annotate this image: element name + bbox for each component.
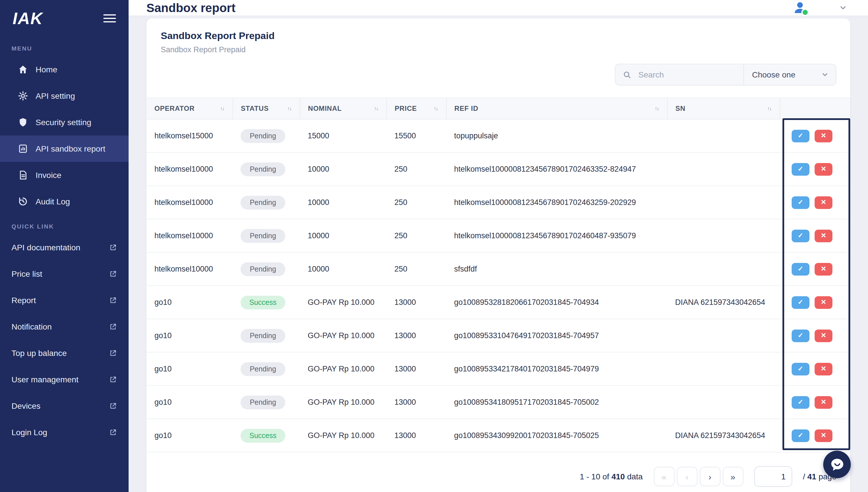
cell-status: Pending xyxy=(232,386,300,419)
menu-section-label: MENU xyxy=(0,37,129,56)
status-badge: Pending xyxy=(241,329,285,342)
column-header-sn[interactable]: SN↑↓ xyxy=(667,98,779,119)
approve-button[interactable]: ✓ xyxy=(792,229,810,242)
cell-sn xyxy=(667,219,779,252)
approve-button[interactable]: ✓ xyxy=(792,296,810,309)
pagination-summary: 1 - 10 of 410 data xyxy=(580,472,643,481)
quicklink-notification[interactable]: Notification xyxy=(0,314,129,340)
check-icon: ✓ xyxy=(798,399,803,405)
cell-price: 13000 xyxy=(386,286,446,319)
cell-operator: htelkomsel10000 xyxy=(146,219,232,252)
table-row: htelkomsel10000 Pending 10000 250 sfsdfd… xyxy=(146,252,850,286)
cell-actions: ✓✕ xyxy=(779,286,850,319)
approve-button[interactable]: ✓ xyxy=(792,129,810,142)
reject-button[interactable]: ✕ xyxy=(815,163,833,175)
last-page-button[interactable]: » xyxy=(722,467,743,486)
cell-sn xyxy=(667,319,779,352)
column-header-nominal[interactable]: NOMINAL↑↓ xyxy=(300,98,386,119)
quicklink-top-up-balance[interactable]: Top up balance xyxy=(0,340,129,366)
approve-button[interactable]: ✓ xyxy=(792,163,810,175)
sidebar-item-audit-log[interactable]: Audit Log xyxy=(0,188,129,215)
quicklink-user-management[interactable]: User management xyxy=(0,366,129,393)
cell-operator: htelkomsel10000 xyxy=(146,152,232,186)
cell-status: Success xyxy=(232,419,300,452)
approve-button[interactable]: ✓ xyxy=(792,329,810,342)
quicklink-login-log[interactable]: Login Log xyxy=(0,419,129,445)
chevron-down-icon xyxy=(821,71,829,79)
first-page-button[interactable]: « xyxy=(653,467,674,486)
external-link-icon xyxy=(109,375,117,384)
sidebar-item-label: Home xyxy=(35,65,57,74)
cell-status: Pending xyxy=(232,252,300,286)
sidebar-item-invoice[interactable]: Invoice xyxy=(0,162,129,188)
table-row: go10 Pending GO-PAY Rp 10.000 13000 go10… xyxy=(146,386,850,419)
reject-button[interactable]: ✕ xyxy=(815,263,833,275)
sidebar-item-label: API sandbox report xyxy=(35,144,105,153)
reject-button[interactable]: ✕ xyxy=(815,363,833,375)
sidebar-item-label: Security setting xyxy=(35,118,91,127)
table-row: htelkomsel10000 Pending 10000 250 htelko… xyxy=(146,186,850,219)
cell-ref-id: htelkomsel100000812345678901702463352-82… xyxy=(446,152,667,186)
next-page-button[interactable]: › xyxy=(699,467,720,486)
cell-ref-id: go1008953418095171702031845-705002 xyxy=(446,386,667,419)
reject-button[interactable]: ✕ xyxy=(815,196,833,209)
sidebar-item-api-setting[interactable]: API setting xyxy=(0,83,129,109)
gear-icon xyxy=(18,91,28,101)
menu-toggle-icon[interactable] xyxy=(103,10,116,27)
page-title: Sandbox report xyxy=(146,1,235,15)
approve-button[interactable]: ✓ xyxy=(792,396,810,409)
cell-sn xyxy=(667,119,779,152)
quicklink-api-documentation[interactable]: API documentation xyxy=(0,234,129,261)
reject-button[interactable]: ✕ xyxy=(815,329,833,342)
cell-status: Pending xyxy=(232,219,300,252)
external-link-icon xyxy=(109,402,117,410)
reject-button[interactable]: ✕ xyxy=(815,296,833,309)
reject-button[interactable]: ✕ xyxy=(815,229,833,242)
sidebar-header: IAK xyxy=(0,0,129,37)
reject-button[interactable]: ✕ xyxy=(815,429,833,442)
sidebar-item-label: API setting xyxy=(35,91,75,100)
app-root: IAK MENU Home API setting Security setti… xyxy=(0,0,868,492)
sort-icon: ↑↓ xyxy=(434,106,438,112)
cell-actions: ✓✕ xyxy=(779,152,850,186)
cell-actions: ✓✕ xyxy=(779,119,850,152)
cell-operator: go10 xyxy=(146,419,232,452)
approve-button[interactable]: ✓ xyxy=(792,429,810,442)
status-badge: Pending xyxy=(241,229,285,243)
chat-widget-button[interactable] xyxy=(823,451,851,478)
quicklink-report[interactable]: Report xyxy=(0,287,129,314)
table-row: go10 Success GO-PAY Rp 10.000 13000 go10… xyxy=(146,286,850,319)
column-header-price[interactable]: PRICE↑↓ xyxy=(386,98,446,119)
external-link-icon xyxy=(109,270,117,278)
cell-actions: ✓✕ xyxy=(779,352,850,386)
cell-operator: htelkomsel10000 xyxy=(146,186,232,219)
user-avatar[interactable] xyxy=(792,0,808,16)
sidebar-item-security-setting[interactable]: Security setting xyxy=(0,109,129,136)
cell-nominal: GO-PAY Rp 10.000 xyxy=(300,319,386,352)
report-icon xyxy=(18,144,28,154)
quicklink-devices[interactable]: Devices xyxy=(0,393,129,419)
sidebar-item-label: Invoice xyxy=(35,171,61,180)
approve-button[interactable]: ✓ xyxy=(792,196,810,209)
quicklink-section-label: QUICK LINK xyxy=(0,215,129,234)
sidebar-item-home[interactable]: Home xyxy=(0,56,129,83)
search-input[interactable] xyxy=(637,70,738,80)
column-header-ref-id[interactable]: REF ID↑↓ xyxy=(446,98,667,119)
cell-sn: DIANA 621597343042654 xyxy=(667,419,779,452)
approve-button[interactable]: ✓ xyxy=(792,263,810,275)
reject-button[interactable]: ✕ xyxy=(815,129,833,142)
column-header-operator[interactable]: OPERATOR↑↓ xyxy=(146,98,232,119)
filter-dropdown[interactable]: Choose one xyxy=(743,64,836,85)
approve-button[interactable]: ✓ xyxy=(792,363,810,375)
column-header-status[interactable]: STATUS↑↓ xyxy=(232,98,300,119)
prev-page-button[interactable]: ‹ xyxy=(676,467,697,486)
sidebar-item-api-sandbox-report[interactable]: API sandbox report xyxy=(0,136,129,162)
chevron-down-icon[interactable] xyxy=(839,3,847,12)
reject-button[interactable]: ✕ xyxy=(815,396,833,409)
pager-buttons: « ‹ › » xyxy=(653,467,743,486)
cell-operator: go10 xyxy=(146,286,232,319)
table-row: htelkomsel10000 Pending 10000 250 htelko… xyxy=(146,152,850,186)
close-icon: ✕ xyxy=(821,366,826,372)
page-number-input[interactable] xyxy=(754,466,792,487)
quicklink-price-list[interactable]: Price list xyxy=(0,261,129,287)
